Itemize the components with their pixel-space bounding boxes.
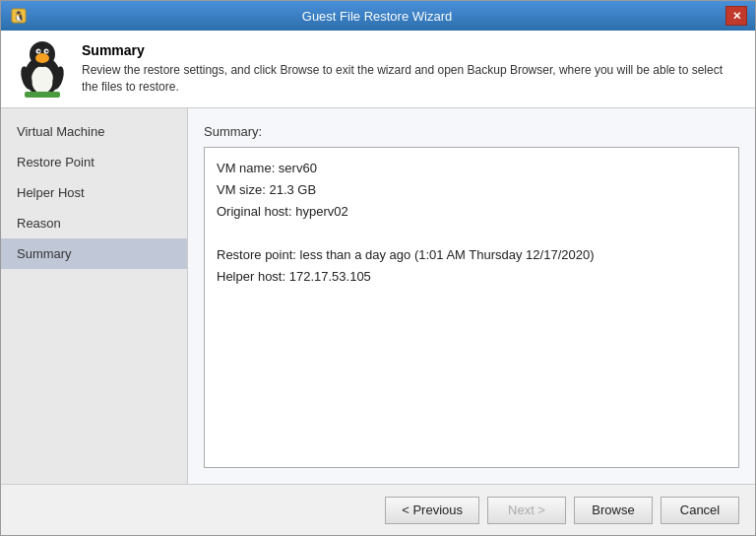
window-title: Guest File Restore Wizard bbox=[29, 9, 725, 24]
summary-line: VM size: 21.3 GB bbox=[217, 179, 726, 201]
summary-line: VM name: serv60 bbox=[217, 158, 726, 179]
header-text: Summary Review the restore settings, and… bbox=[82, 42, 739, 96]
svg-point-10 bbox=[39, 57, 46, 61]
next-button[interactable]: Next > bbox=[487, 497, 566, 524]
wizard-window: 🐧 Guest File Restore Wizard ✕ bbox=[0, 0, 756, 536]
svg-text:🐧: 🐧 bbox=[13, 10, 26, 23]
previous-button[interactable]: < Previous bbox=[385, 497, 479, 524]
header-title: Summary bbox=[82, 42, 739, 58]
svg-point-15 bbox=[38, 49, 39, 50]
sidebar-item-summary[interactable]: Summary bbox=[1, 238, 187, 269]
sidebar-item-virtual-machine[interactable]: Virtual Machine bbox=[1, 116, 187, 147]
svg-point-16 bbox=[46, 49, 47, 50]
sidebar-item-reason[interactable]: Reason bbox=[1, 208, 187, 238]
footer: < Previous Next > Browse Cancel bbox=[1, 484, 755, 535]
main-content: Virtual Machine Restore Point Helper Hos… bbox=[1, 108, 755, 484]
svg-rect-17 bbox=[25, 92, 60, 98]
title-bar: 🐧 Guest File Restore Wizard ✕ bbox=[1, 1, 755, 31]
header-section: Summary Review the restore settings, and… bbox=[1, 31, 755, 108]
cancel-button[interactable]: Cancel bbox=[661, 497, 739, 524]
summary-line: Helper host: 172.17.53.105 bbox=[217, 266, 726, 288]
summary-line: Original host: hyperv02 bbox=[217, 201, 726, 223]
close-button[interactable]: ✕ bbox=[725, 6, 747, 26]
summary-box: VM name: serv60VM size: 21.3 GBOriginal … bbox=[204, 147, 739, 468]
sidebar: Virtual Machine Restore Point Helper Hos… bbox=[1, 108, 188, 484]
svg-point-3 bbox=[32, 66, 53, 94]
browse-button[interactable]: Browse bbox=[574, 497, 653, 524]
sidebar-item-helper-host[interactable]: Helper Host bbox=[1, 177, 187, 208]
content-area: Summary: VM name: serv60VM size: 21.3 GB… bbox=[188, 108, 755, 484]
wizard-icon bbox=[17, 42, 68, 94]
window-icon: 🐧 bbox=[9, 6, 29, 26]
content-label: Summary: bbox=[204, 124, 739, 139]
sidebar-item-restore-point[interactable]: Restore Point bbox=[1, 147, 187, 177]
summary-line: Restore point: less than a day ago (1:01… bbox=[217, 244, 726, 266]
header-description: Review the restore settings, and click B… bbox=[82, 62, 739, 96]
